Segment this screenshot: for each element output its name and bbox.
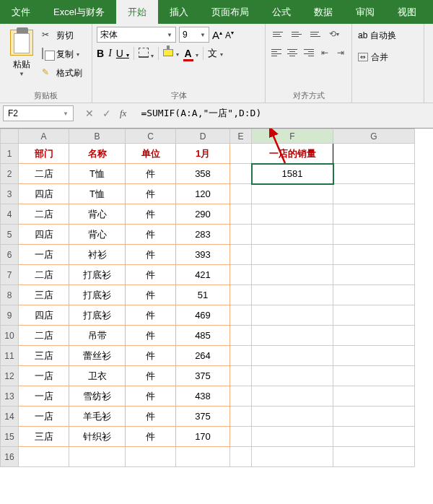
- row-header-9[interactable]: 9: [1, 305, 19, 326]
- tab-excel-finance[interactable]: Excel与财务: [42, 0, 116, 24]
- align-left-button[interactable]: [270, 45, 283, 60]
- confirm-formula-button[interactable]: ✓: [102, 108, 111, 119]
- cell-E9[interactable]: [230, 305, 252, 326]
- table-row[interactable]: 卫衣: [69, 366, 126, 386]
- cell-G14[interactable]: [333, 407, 415, 427]
- table-row[interactable]: 一店: [19, 245, 69, 265]
- decrease-indent-button[interactable]: ⇤: [318, 45, 331, 60]
- copy-button[interactable]: 复制 ▾: [40, 45, 84, 63]
- table-row[interactable]: 衬衫: [69, 245, 126, 265]
- empty-cell[interactable]: [176, 447, 230, 467]
- cell-F3[interactable]: [252, 184, 333, 204]
- cell-G11[interactable]: [333, 346, 415, 366]
- table-row[interactable]: 雪纺衫: [69, 386, 126, 407]
- cell-E12[interactable]: [230, 366, 252, 386]
- cell-E11[interactable]: [230, 346, 252, 366]
- cell-F9[interactable]: [252, 305, 333, 326]
- cancel-formula-button[interactable]: ✕: [85, 108, 94, 119]
- row-header-2[interactable]: 2: [1, 164, 19, 184]
- cell-F10[interactable]: [252, 326, 333, 346]
- row-header-15[interactable]: 15: [1, 427, 19, 447]
- table-row[interactable]: 一店: [19, 366, 69, 386]
- cell-G9[interactable]: [333, 305, 415, 326]
- column-header-F[interactable]: F: [252, 129, 333, 144]
- row-header-10[interactable]: 10: [1, 326, 19, 346]
- cell-G3[interactable]: [333, 184, 415, 204]
- row-header-5[interactable]: 5: [1, 225, 19, 245]
- row-header-6[interactable]: 6: [1, 245, 19, 265]
- cell-F15[interactable]: [252, 427, 333, 447]
- row-header-1[interactable]: 1: [1, 144, 19, 164]
- table-row[interactable]: 件: [126, 245, 176, 265]
- table-row[interactable]: 针织衫: [69, 427, 126, 447]
- row-header-16[interactable]: 16: [1, 447, 19, 467]
- cell-E5[interactable]: [230, 225, 252, 245]
- table-row[interactable]: 打底衫: [69, 265, 126, 285]
- column-header-E[interactable]: E: [230, 129, 252, 144]
- table-row[interactable]: 件: [126, 265, 176, 285]
- align-right-button[interactable]: [302, 45, 315, 60]
- wrap-text-button[interactable]: ab 自动换: [357, 27, 419, 44]
- row-header-8[interactable]: 8: [1, 285, 19, 305]
- result-value-cell[interactable]: 1581: [252, 164, 333, 184]
- table-row[interactable]: 375: [176, 366, 230, 386]
- empty-cell[interactable]: [19, 447, 69, 467]
- table-row[interactable]: 件: [126, 305, 176, 326]
- table-row[interactable]: 件: [126, 204, 176, 225]
- column-header-D[interactable]: D: [176, 129, 230, 144]
- table-row[interactable]: 件: [126, 427, 176, 447]
- row-header-4[interactable]: 4: [1, 204, 19, 225]
- table-row[interactable]: 羊毛衫: [69, 407, 126, 427]
- column-header-A[interactable]: A: [19, 129, 69, 144]
- table-row[interactable]: 170: [176, 427, 230, 447]
- row-header-3[interactable]: 3: [1, 184, 19, 204]
- format-painter-button[interactable]: 格式刷: [40, 64, 84, 82]
- table-row[interactable]: 438: [176, 386, 230, 407]
- orientation-button[interactable]: ⟲▾: [326, 27, 342, 41]
- tab-file[interactable]: 文件: [0, 0, 42, 24]
- cell-F14[interactable]: [252, 407, 333, 427]
- table-row[interactable]: 四店: [19, 305, 69, 326]
- cell-E2[interactable]: [230, 164, 252, 184]
- empty-cell[interactable]: [333, 447, 415, 467]
- font-size-dropdown[interactable]: 9 ▼: [179, 27, 209, 43]
- cell-E6[interactable]: [230, 245, 252, 265]
- row-header-13[interactable]: 13: [1, 386, 19, 407]
- decrease-font-button[interactable]: A▾: [225, 30, 234, 40]
- cut-button[interactable]: 剪切: [40, 27, 84, 44]
- table-row[interactable]: 件: [126, 225, 176, 245]
- phonetic-button[interactable]: 文 ▾: [208, 47, 223, 60]
- cell-F13[interactable]: [252, 386, 333, 407]
- cell-G8[interactable]: [333, 285, 415, 305]
- table-row[interactable]: 件: [126, 164, 176, 184]
- table-row[interactable]: 485: [176, 326, 230, 346]
- table-row[interactable]: 三店: [19, 427, 69, 447]
- align-top-button[interactable]: [270, 27, 286, 41]
- cell-G13[interactable]: [333, 386, 415, 407]
- cell-F7[interactable]: [252, 265, 333, 285]
- cell-E15[interactable]: [230, 427, 252, 447]
- table-row[interactable]: 283: [176, 225, 230, 245]
- italic-button[interactable]: I: [108, 48, 112, 59]
- table-header-cell[interactable]: 名称: [69, 144, 126, 164]
- table-row[interactable]: 蕾丝衫: [69, 346, 126, 366]
- formula-input[interactable]: =SUMIF(A:A,"一店",D:D): [135, 107, 433, 120]
- result-header-cell[interactable]: 一店的销量: [252, 144, 333, 164]
- cell-E1[interactable]: [230, 144, 252, 164]
- table-row[interactable]: T恤: [69, 184, 126, 204]
- cell-G5[interactable]: [333, 225, 415, 245]
- cell-G2[interactable]: [333, 164, 415, 184]
- align-middle-button[interactable]: [289, 27, 305, 41]
- table-row[interactable]: 件: [126, 184, 176, 204]
- select-all-corner[interactable]: [1, 129, 19, 144]
- table-row[interactable]: 51: [176, 285, 230, 305]
- column-header-B[interactable]: B: [69, 129, 126, 144]
- table-header-cell[interactable]: 1月: [176, 144, 230, 164]
- column-header-C[interactable]: C: [126, 129, 176, 144]
- row-header-14[interactable]: 14: [1, 407, 19, 427]
- cell-G1[interactable]: [333, 144, 415, 164]
- tab-page-layout[interactable]: 页面布局: [200, 0, 261, 24]
- cell-F8[interactable]: [252, 285, 333, 305]
- underline-button[interactable]: U ▾: [116, 48, 129, 59]
- table-row[interactable]: 打底衫: [69, 285, 126, 305]
